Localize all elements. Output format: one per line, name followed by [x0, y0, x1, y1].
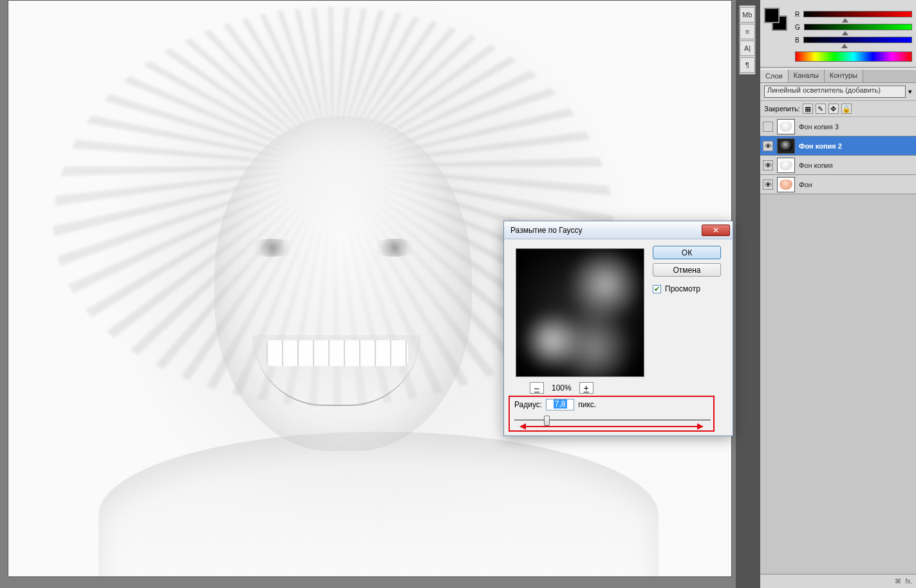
color-spectrum[interactable] — [795, 51, 912, 62]
lock-move-icon[interactable]: ✥ — [828, 104, 839, 114]
zoom-percentage: 100% — [552, 383, 572, 392]
annotation-arrow — [519, 424, 704, 429]
layers-footer: ⌘ fx. — [760, 574, 916, 588]
blur-preview[interactable] — [516, 248, 644, 377]
slider-r[interactable]: R — [795, 8, 912, 21]
sketch-teeth — [266, 340, 408, 366]
visibility-toggle[interactable]: 👁 — [763, 179, 773, 190]
ok-button[interactable]: ОК — [653, 246, 721, 259]
layer-thumbnail[interactable] — [777, 119, 795, 134]
foreground-swatch[interactable] — [764, 8, 780, 23]
right-panels-column: R G B Слои Каналы Контуры Линейный освет… — [760, 0, 916, 588]
visibility-toggle[interactable] — [763, 122, 773, 132]
slider-b-thumb[interactable] — [841, 44, 848, 48]
layer-row[interactable]: 👁 Фон — [760, 175, 916, 194]
slider-r-label: R — [795, 11, 799, 18]
layer-thumbnail[interactable] — [777, 158, 795, 173]
color-panel: R G B — [760, 0, 916, 68]
layer-thumbnail[interactable] — [777, 138, 795, 154]
layer-list[interactable]: Фон копия 3 👁 Фон копия 2 👁 Фон копия 👁 … — [760, 117, 916, 574]
layer-thumbnail[interactable] — [777, 177, 795, 192]
radius-input[interactable]: 7,8 — [546, 399, 574, 410]
toolbar-button-mb[interactable]: Mb — [740, 7, 755, 23]
layer-row[interactable]: Фон копия 3 — [760, 117, 916, 136]
tab-channels[interactable]: Каналы — [789, 69, 825, 82]
dialog-title: Размытие по Гауссу — [510, 226, 702, 235]
toolbar-button-list[interactable]: ≡ — [740, 24, 755, 39]
slider-r-thumb[interactable] — [842, 18, 848, 23]
tab-paths[interactable]: Контуры — [825, 69, 863, 82]
slider-b-label: B — [795, 37, 799, 44]
cancel-button[interactable]: Отмена — [653, 263, 721, 277]
lock-label: Закрепить: — [764, 105, 800, 113]
close-button[interactable]: ✕ — [702, 225, 730, 236]
gaussian-blur-dialog: Размытие по Гауссу ✕ – 100% + ОК Отмена … — [503, 221, 733, 436]
visibility-toggle[interactable]: 👁 — [763, 141, 773, 151]
slider-b[interactable]: B — [795, 33, 912, 46]
visibility-toggle[interactable]: 👁 — [763, 160, 773, 170]
lock-pixels-icon[interactable]: ▦ — [803, 104, 813, 114]
layers-panel: Слои Каналы Контуры Линейный осветлитель… — [760, 69, 916, 588]
slider-g[interactable]: G — [795, 21, 912, 33]
blend-mode-select[interactable]: Линейный осветлитель (добавить) — [764, 86, 906, 98]
preview-checkbox-label: Просмотр — [665, 284, 700, 293]
lock-brush-icon[interactable]: ✎ — [816, 104, 826, 114]
zoom-in-button[interactable]: + — [579, 382, 594, 394]
slider-g-label: G — [795, 24, 800, 31]
vertical-toolbar: Mb ≡ A| ¶ — [739, 5, 756, 75]
layers-panel-tabs: Слои Каналы Контуры — [760, 69, 916, 83]
preview-checkbox[interactable]: ✔ — [653, 285, 661, 293]
tab-layers[interactable]: Слои — [760, 69, 789, 82]
zoom-out-button[interactable]: – — [530, 382, 544, 394]
radius-unit: пикс. — [578, 400, 596, 409]
lock-all-icon[interactable]: 🔒 — [841, 104, 852, 114]
layer-name[interactable]: Фон копия 3 — [799, 123, 839, 131]
toolbar-button-paragraph[interactable]: ¶ — [740, 57, 755, 73]
layer-name[interactable]: Фон копия — [799, 161, 833, 169]
blur-preview-content — [516, 248, 644, 377]
rgb-sliders: R G B — [795, 8, 912, 46]
layer-name[interactable]: Фон копия 2 — [799, 142, 842, 150]
radius-label: Радиус: — [514, 400, 542, 409]
layer-row[interactable]: 👁 Фон копия 2 — [760, 136, 916, 156]
dialog-titlebar[interactable]: Размытие по Гауссу ✕ — [504, 221, 733, 239]
toolbar-button-character[interactable]: A| — [740, 41, 755, 56]
slider-g-thumb[interactable] — [842, 31, 848, 35]
sketch-eye-left — [247, 239, 298, 257]
close-icon: ✕ — [713, 226, 719, 235]
dialog-body: – 100% + ОК Отмена ✔ Просмотр Радиус: 7,… — [504, 239, 733, 436]
fx-icon[interactable]: fx. — [905, 578, 912, 585]
layer-name[interactable]: Фон — [799, 181, 812, 188]
sketch-eye-right — [369, 239, 420, 257]
chevron-down-icon: ▾ — [908, 87, 912, 96]
color-swatches[interactable] — [764, 8, 789, 32]
layer-row[interactable]: 👁 Фон копия — [760, 156, 916, 175]
link-icon[interactable]: ⌘ — [895, 578, 901, 585]
